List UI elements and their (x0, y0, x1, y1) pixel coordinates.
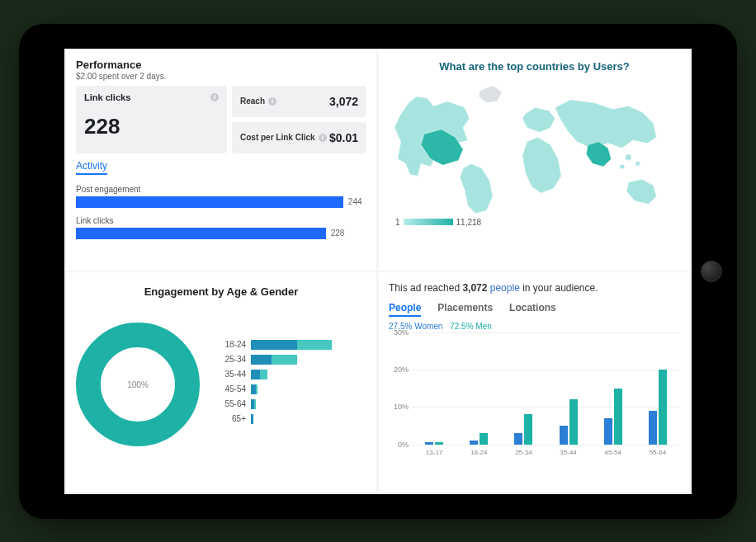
bar-group: 35-44 (560, 399, 578, 444)
y-tick: 30% (394, 328, 409, 337)
audience-headline: This ad reached 3,072 people in your aud… (389, 282, 680, 294)
svg-point-0 (625, 154, 631, 161)
map-legend: 1 11,218 (395, 218, 481, 227)
tablet-frame: Performance $2.00 spent over 2 days. Lin… (19, 24, 737, 519)
x-tick: 25-34 (515, 449, 532, 456)
home-button[interactable] (701, 261, 722, 282)
x-tick: 13-17 (426, 449, 442, 456)
activity-bar[interactable]: Post engagement 244 (76, 185, 366, 208)
y-tick: 0% (398, 441, 409, 449)
info-icon[interactable]: i (268, 97, 276, 106)
age-row: 65+ (215, 414, 366, 424)
activity-bar-label: Post engagement (76, 185, 366, 194)
svg-point-1 (635, 161, 640, 166)
countries-title: What are the top countries by Users? (389, 60, 680, 73)
age-label: 55-64 (215, 399, 246, 408)
x-tick: 18-24 (470, 449, 487, 456)
dashboard-screen: Performance $2.00 spent over 2 days. Lin… (64, 49, 692, 494)
donut-center-label: 100% (127, 379, 149, 389)
legend-max: 11,218 (456, 218, 482, 227)
age-label: 35-44 (215, 370, 246, 379)
bar-group: 45-54 (604, 389, 622, 445)
bar-women (425, 442, 433, 444)
engagement-title: Engagement by Age & Gender (76, 285, 366, 298)
age-row: 25-34 (215, 355, 366, 365)
performance-title: Performance (76, 59, 366, 71)
bar-men (524, 414, 532, 444)
bar-group: 55-64 (649, 370, 667, 445)
audience-tabs: PeoplePlacementsLocations (389, 302, 680, 317)
gradient-bar-icon (404, 219, 453, 225)
bar-group: 13-17 (425, 442, 443, 444)
world-map-icon (395, 79, 675, 228)
activity-bar-value: 244 (348, 197, 362, 206)
activity-bar-value: 228 (331, 229, 345, 238)
stat-cost-per-click[interactable]: Cost per Link Clicki $0.01 (232, 122, 366, 153)
stat-value: $0.01 (329, 131, 358, 144)
performance-panel: Performance $2.00 spent over 2 days. Lin… (66, 50, 376, 271)
svg-point-2 (619, 164, 624, 169)
stat-value: 3,072 (329, 95, 358, 108)
world-map[interactable]: 1 11,218 (389, 78, 680, 230)
bar-men (480, 433, 488, 445)
bar-men (659, 370, 667, 445)
men-pct: 72.5% Men (450, 322, 492, 331)
age-row: 55-64 (215, 399, 366, 409)
age-label: 65+ (215, 414, 246, 423)
y-tick: 20% (394, 365, 409, 374)
bar-women (649, 411, 657, 445)
x-tick: 55-64 (650, 449, 666, 456)
stat-label: Cost per Link Click (240, 133, 315, 142)
bar-group: 25-34 (514, 414, 532, 444)
age-row: 45-54 (215, 384, 366, 394)
tab-placements[interactable]: Placements (437, 302, 493, 317)
y-tick: 10% (394, 403, 409, 411)
countries-panel: What are the top countries by Users? (379, 50, 690, 271)
age-label: 45-54 (215, 384, 246, 394)
x-tick: 45-54 (604, 449, 621, 456)
activity-bar[interactable]: Link clicks 228 (76, 216, 366, 239)
activity-bars: Post engagement 244Link clicks 228 (76, 185, 366, 239)
people-link[interactable]: people (490, 282, 520, 294)
performance-subtitle: $2.00 spent over 2 days. (76, 72, 366, 81)
age-row: 35-44 (215, 370, 366, 379)
bar-women (470, 441, 478, 445)
audience-panel: This ad reached 3,072 people in your aud… (379, 272, 690, 493)
stat-reach[interactable]: Reachi 3,072 (232, 86, 366, 117)
plot-area: 13-17 18-24 25-34 35-44 45-54 55-64 (412, 332, 680, 456)
bar-men (569, 399, 578, 444)
age-label: 25-34 (215, 355, 246, 364)
tab-locations[interactable]: Locations (509, 302, 556, 317)
x-tick: 35-44 (560, 449, 576, 456)
activity-bar-label: Link clicks (76, 216, 366, 225)
bar-women (514, 433, 522, 445)
bar-group: 18-24 (470, 433, 488, 445)
stat-link-clicks[interactable]: Link clicks i 228 (76, 86, 227, 153)
age-label: 18-24 (215, 340, 246, 349)
stat-label: Link clicks (84, 92, 130, 102)
info-icon[interactable]: i (210, 93, 219, 101)
info-icon[interactable]: i (319, 134, 327, 142)
bar-men (435, 442, 443, 444)
y-axis: 30%20%10%0% (389, 332, 412, 456)
donut-chart[interactable]: 100% (76, 323, 200, 446)
stat-label: Reach (240, 97, 265, 106)
bar-women (604, 418, 612, 445)
gender-split: 27.5% Women 72.5% Men (389, 322, 680, 331)
bar-women (560, 426, 568, 445)
tab-activity[interactable]: Activity (76, 160, 107, 175)
age-bars: 18-24 25-34 35-44 45-54 55-64 65+ (215, 340, 366, 429)
legend-min: 1 (395, 218, 400, 227)
bar-men (614, 389, 622, 445)
tab-people[interactable]: People (389, 302, 421, 317)
engagement-panel: Engagement by Age & Gender 100% 18-24 25… (66, 272, 376, 493)
age-row: 18-24 (215, 340, 366, 350)
stat-value: 228 (84, 114, 219, 139)
age-gender-bar-chart[interactable]: 30%20%10%0% 13-17 18-24 25-34 35-44 (389, 332, 680, 456)
